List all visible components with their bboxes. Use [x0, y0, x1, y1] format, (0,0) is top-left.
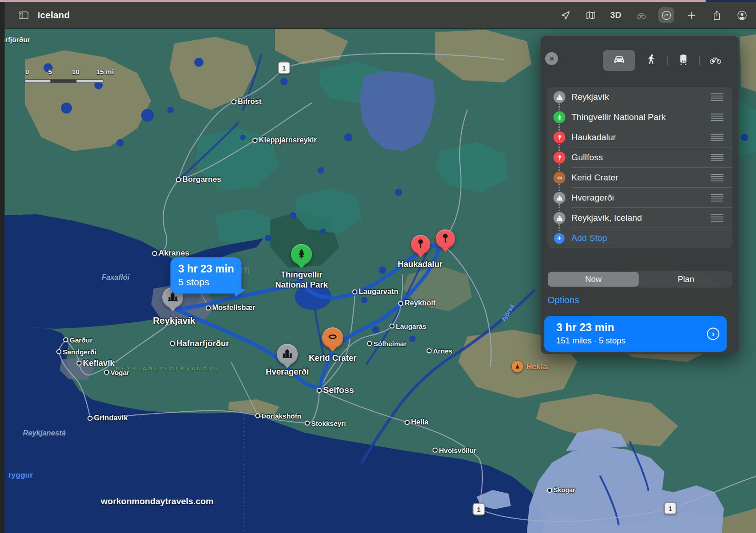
town-label: Reykholt [399, 299, 436, 307]
transport-mode-bar [603, 50, 731, 71]
mode-cycle-button[interactable] [699, 50, 731, 71]
stop-row-2[interactable]: Haukadalur [547, 127, 732, 147]
sidebar-icon [18, 10, 29, 21]
haukadalur-marker[interactable] [411, 235, 430, 254]
city-stop-icon [553, 212, 565, 224]
toolbar: Iceland 3D [5, 2, 756, 29]
town-dot [171, 342, 174, 345]
location-arrow-icon [560, 10, 571, 21]
pin-stop-icon [553, 131, 565, 143]
schedule-toggle[interactable]: Now Plan [547, 271, 732, 288]
drag-handle-icon[interactable] [710, 93, 724, 101]
town-dot [405, 421, 409, 424]
area-label: darfjörður [5, 36, 30, 44]
scale-tick: 15 mi [96, 68, 114, 76]
close-panel-button[interactable]: ✕ [545, 52, 558, 65]
town-dot [399, 302, 402, 305]
town-dot [88, 417, 92, 420]
town-label: Skogar [548, 486, 575, 494]
stop-row-4[interactable]: Kerid Crater [547, 168, 732, 188]
area-label: ryggur [8, 471, 33, 480]
route-summary-card[interactable]: 3 hr 23 min 151 miles · 5 stops › [544, 316, 727, 352]
city-stop-icon [553, 91, 565, 103]
city-stop-icon [553, 192, 565, 204]
stop-row-5[interactable]: Hveragerði [547, 188, 732, 208]
stop-label: Thingvellir National Park [571, 112, 666, 122]
stop-row-0[interactable]: Reykjavík [547, 87, 732, 107]
drag-handle-icon[interactable] [710, 133, 724, 141]
share-icon [712, 10, 722, 21]
town-label: Keflavík [77, 359, 115, 368]
poi-hekla[interactable]: Hekla [511, 360, 547, 373]
marker-label: National Park [275, 280, 328, 290]
scale-bar-track [25, 80, 103, 82]
drag-handle-icon[interactable] [710, 153, 724, 162]
route-shield: 1 [278, 62, 290, 74]
directions-button[interactable] [658, 7, 674, 23]
town-label: Garður [64, 336, 93, 344]
town-dot [433, 449, 437, 452]
drag-handle-icon[interactable] [710, 214, 724, 222]
marker-label: Reykjavík [153, 315, 195, 326]
pin-icon [415, 238, 427, 251]
gullfoss-marker[interactable] [436, 229, 455, 249]
town-label: Selfoss [318, 385, 354, 395]
town-label: Bifröst [232, 98, 262, 106]
drag-handle-icon[interactable] [710, 174, 724, 182]
crater-icon [327, 331, 339, 345]
town-dot [548, 489, 551, 492]
town-dot [306, 422, 309, 425]
add-stop-row[interactable]: +Add Stop [547, 228, 732, 248]
town-label: Laugarás [390, 322, 427, 330]
mode-walk-button[interactable] [635, 50, 667, 71]
window-title: Iceland [38, 10, 70, 21]
map-icon [586, 10, 596, 21]
account-icon [737, 10, 747, 21]
town-label: Borgarnes [177, 175, 221, 184]
town-dot [207, 306, 210, 310]
stop-row-3[interactable]: Gullfoss [547, 147, 732, 168]
look-around-button[interactable] [633, 7, 649, 23]
mode-transit-button[interactable] [667, 50, 699, 71]
mode-drive-button[interactable] [603, 50, 635, 71]
account-button[interactable] [734, 7, 750, 23]
crater-stop-icon [553, 172, 565, 184]
city-icon [281, 348, 293, 361]
town-dot [353, 290, 356, 294]
town-label: Hvolsvöllur [433, 446, 477, 454]
map-mode-button[interactable] [583, 7, 598, 23]
stop-row-1[interactable]: Thingvellir National Park [547, 107, 732, 127]
plus-icon: + [554, 233, 564, 244]
area-label: Faxaflói [102, 273, 129, 282]
add-pin-button[interactable] [684, 7, 699, 23]
town-label: Akranes [153, 249, 189, 258]
stop-label: Haukadalur [571, 132, 616, 142]
walk-icon [645, 54, 657, 68]
plus-icon [686, 10, 697, 21]
route-callout[interactable]: 3 hr 23 min 5 stops [170, 257, 241, 294]
stop-row-6[interactable]: Reykjavík, Iceland [547, 208, 732, 228]
locate-button[interactable] [558, 7, 573, 23]
hveragerdi-marker[interactable] [277, 344, 298, 365]
chevron-right-icon[interactable]: › [707, 328, 719, 340]
town-label: Hella [405, 418, 428, 426]
drag-handle-icon[interactable] [710, 113, 724, 121]
thingvellir-marker[interactable] [291, 244, 312, 265]
transit-icon [677, 54, 690, 68]
3d-button[interactable]: 3D [608, 7, 624, 23]
tree-stop-icon [553, 111, 565, 123]
schedule-option-now[interactable]: Now [547, 271, 640, 288]
stop-label: Reykjavík, Iceland [571, 213, 642, 223]
town-label: Sólheimar [368, 340, 407, 348]
marker-label: Hveragerði [266, 367, 309, 377]
sidebar-toggle-button[interactable] [16, 7, 31, 23]
kerid-crater-marker[interactable] [322, 327, 343, 348]
drag-handle-icon[interactable] [710, 194, 724, 202]
schedule-option-plan[interactable]: Plan [640, 271, 732, 288]
town-label: Laugarvatn [353, 288, 398, 296]
watermark-text: workonmondaytravels.com [101, 496, 214, 506]
area-label: REYKJANESFÓLKVANGUR [116, 366, 220, 371]
bicycle-icon [709, 54, 722, 68]
options-link[interactable]: Options [548, 295, 579, 305]
share-button[interactable] [709, 7, 724, 23]
